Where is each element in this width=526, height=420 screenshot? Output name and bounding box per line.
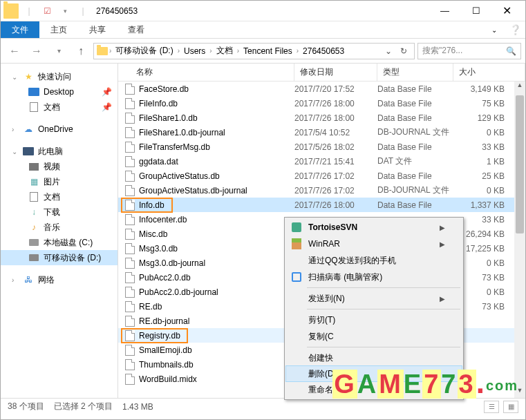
crumb-users[interactable]: Users [181, 46, 208, 56]
minimize-button[interactable]: — [429, 1, 460, 21]
ribbon-expand-icon[interactable]: ⌄ [484, 21, 505, 38]
menu-delete[interactable]: 删除(D [285, 365, 462, 382]
file-icon [125, 272, 135, 283]
file-name: Misc.db [139, 229, 167, 239]
file-row[interactable]: FileShare1.0.db2017/7/26 18:00Data Base … [118, 111, 525, 125]
file-row[interactable]: GroupActiveStatus.db2017/7/26 17:02Data … [118, 169, 525, 183]
back-button[interactable]: ← [5, 41, 24, 61]
tree-docs2[interactable]: 文档 [1, 189, 118, 204]
scroll-up-icon[interactable]: ▲ [514, 82, 525, 93]
view-icons-button[interactable]: ▦ [503, 401, 518, 413]
file-icon [125, 214, 135, 225]
file-row[interactable]: FileTransferMsg.db2017/5/26 18:02Data Ba… [118, 140, 525, 154]
file-type: Data Base File [377, 84, 453, 94]
up-button[interactable]: ↑ [71, 41, 91, 61]
file-type: Data Base File [377, 142, 453, 152]
picture-icon: ▦ [28, 176, 39, 187]
close-button[interactable]: ✕ [491, 1, 523, 21]
crumb-docs[interactable]: 文档 [214, 45, 236, 57]
qat-sep: | [21, 3, 37, 19]
file-icon [125, 330, 135, 341]
help-icon[interactable]: ❔ [505, 21, 525, 38]
search-placeholder: 搜索"276... [422, 45, 462, 57]
file-icon [125, 84, 135, 95]
menu-sendto[interactable]: 发送到(N)▶ [286, 290, 462, 307]
tree-videos[interactable]: 视频 [1, 159, 118, 174]
chevron-right-icon[interactable]: › [237, 47, 239, 55]
tree-pictures[interactable]: ▦图片 [1, 174, 118, 189]
file-row[interactable]: Info.db2017/7/26 18:00Data Base File1,33… [118, 198, 525, 212]
tree-desktop[interactable]: Desktop📌 [1, 84, 118, 99]
menu-separator [307, 347, 460, 347]
chevron-right-icon: ▶ [440, 240, 445, 248]
tree-thispc[interactable]: ⌄此电脑 [1, 144, 118, 159]
file-date: 2017/7/26 18:00 [294, 113, 377, 123]
menu-rename[interactable]: 重命名 [286, 381, 462, 398]
status-item-count: 38 个项目 [8, 401, 44, 412]
file-type: Data Base File [377, 113, 453, 123]
file-icon [125, 287, 135, 298]
file-icon [125, 127, 135, 138]
scrollbar[interactable]: ▲ ▼ [514, 82, 525, 398]
search-input[interactable]: 搜索"276... 🔍 [417, 43, 521, 59]
tab-file[interactable]: 文件 [1, 21, 39, 38]
tree-hdd[interactable]: 本地磁盘 (C:) [1, 235, 118, 250]
file-type: DAT 文件 [377, 155, 453, 167]
status-size: 1.43 MB [122, 402, 153, 412]
address-bar[interactable]: › 可移动设备 (D:) › Users › 文档 › Tencent File… [93, 43, 415, 59]
crumb-drive[interactable]: 可移动设备 (D:) [113, 45, 176, 57]
menu-copy[interactable]: 复制(C [286, 328, 462, 345]
file-row[interactable]: FileShare1.0.db-journal2017/5/4 10:52DB-… [118, 125, 525, 140]
col-size[interactable]: 大小 [453, 64, 525, 81]
file-date: 2017/5/4 10:52 [294, 128, 377, 137]
chevron-right-icon[interactable]: › [109, 47, 111, 55]
tree-network[interactable]: ›🖧网络 [1, 272, 118, 287]
tortoise-icon [290, 221, 303, 233]
view-details-button[interactable]: ☰ [484, 401, 499, 413]
maximize-button[interactable]: ☐ [460, 1, 491, 21]
tree-onedrive[interactable]: ›☁OneDrive [1, 122, 118, 137]
tree-downloads[interactable]: ↓下载 [1, 204, 118, 220]
file-row[interactable]: ggdata.dat2017/7/21 15:41DAT 文件1 KB [118, 154, 525, 169]
chevron-right-icon[interactable]: › [297, 47, 299, 55]
crumb-folder[interactable]: 276450653 [300, 46, 347, 56]
cloud-icon: ☁ [23, 124, 34, 135]
col-type[interactable]: 类型 [377, 64, 453, 81]
file-type: Data Base File [377, 200, 453, 210]
chevron-right-icon[interactable]: › [209, 47, 212, 55]
file-icon [125, 156, 135, 167]
refresh-icon[interactable]: ↻ [396, 46, 411, 56]
menu-shortcut[interactable]: 创建快 [286, 350, 462, 366]
addr-dropdown-icon[interactable]: ⌄ [381, 46, 396, 56]
file-name: PubAcc2.0.db-journal [139, 287, 218, 297]
chevron-right-icon[interactable]: › [178, 47, 180, 55]
tree-docs[interactable]: 文档📌 [1, 99, 118, 115]
menu-cut[interactable]: 剪切(T) [286, 312, 462, 328]
tab-home[interactable]: 主页 [39, 21, 78, 38]
tab-share[interactable]: 共享 [78, 21, 117, 38]
menu-tortoisesvn[interactable]: TortoiseSVN▶ [286, 219, 462, 236]
menu-separator [307, 287, 460, 288]
col-date[interactable]: 修改日期 [294, 64, 377, 81]
scroll-down-icon[interactable]: ▼ [514, 387, 525, 398]
chevron-right-icon: ▶ [440, 295, 445, 303]
crumb-tencent[interactable]: Tencent Files [241, 46, 295, 56]
file-icon [125, 258, 135, 269]
tree-music[interactable]: ♪音乐 [1, 220, 118, 235]
file-row[interactable]: FaceStore.db2017/7/20 17:52Data Base Fil… [118, 82, 525, 96]
menu-qq-send[interactable]: 通过QQ发送到我的手机 [286, 252, 462, 269]
recent-dropdown[interactable]: ▾ [49, 41, 68, 61]
tree-quick-access[interactable]: ⌄★快速访问 [1, 69, 118, 84]
qat-dropdown-icon[interactable]: ▾ [57, 3, 73, 19]
menu-scan[interactable]: 扫描病毒 (电脑管家) [286, 269, 462, 285]
file-row[interactable]: FileInfo.db2017/7/26 18:00Data Base File… [118, 96, 525, 111]
qat-check-icon[interactable]: ☑ [39, 3, 55, 19]
tree-usb[interactable]: 可移动设备 (D:) [1, 250, 118, 265]
file-row[interactable]: GroupActiveStatus.db-journal2017/7/26 17… [118, 183, 525, 198]
menu-winrar[interactable]: WinRAR▶ [286, 236, 462, 252]
file-icon [125, 171, 135, 182]
col-name[interactable]: 名称 [118, 64, 294, 81]
scrollbar-thumb[interactable] [516, 95, 524, 233]
file-icon [125, 243, 135, 254]
tab-view[interactable]: 查看 [117, 21, 156, 38]
